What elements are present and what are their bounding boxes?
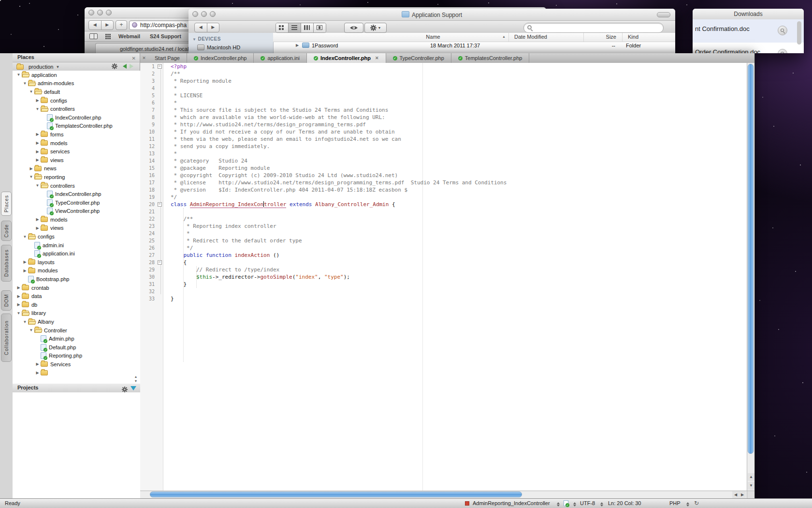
action-menu-button[interactable]: ▼ (364, 23, 387, 33)
line-number[interactable]: 33 (140, 295, 163, 302)
tree-item[interactable]: ▶models (13, 215, 140, 224)
tree-scrollbar-arrows[interactable]: ▲▼ (133, 374, 139, 383)
scrollbar-thumb[interactable] (748, 64, 754, 454)
line-number[interactable]: 18 (140, 186, 163, 194)
column-header-kind[interactable]: Kind (622, 34, 675, 40)
gear-icon[interactable] (122, 387, 128, 392)
bookmarks-book-icon[interactable] (89, 33, 98, 39)
line-number[interactable]: 4 (140, 85, 163, 92)
line-number[interactable]: 3 (140, 77, 163, 85)
line-number[interactable]: 12 (140, 143, 163, 150)
side-tab-code[interactable]: Code (1, 221, 12, 241)
line-number[interactable]: 31 (140, 281, 163, 288)
code-line[interactable]: * them via the web, please send an email… (171, 135, 747, 143)
download-item[interactable]: nt Confirmation.doc (693, 19, 804, 43)
tab-application-ini[interactable]: ✓application.ini (254, 53, 307, 63)
back-button[interactable]: ◀ (195, 23, 207, 32)
code-line[interactable]: * (171, 99, 747, 106)
tree-item[interactable]: ▶news (13, 164, 140, 173)
stepper-icon[interactable] (557, 501, 560, 508)
code-editor[interactable]: 1−234567891011121314151617181920−2122232… (140, 63, 747, 491)
forward-button[interactable]: ▶ (207, 23, 219, 32)
code-line[interactable]: * Redirect to the default order type (171, 237, 747, 244)
tree-item[interactable]: TemplatesController.php (13, 122, 140, 131)
code-line[interactable]: } (171, 281, 747, 288)
code-line[interactable]: * http://www.studio24.net/terms/design_p… (171, 121, 747, 128)
fold-toggle-icon[interactable]: − (158, 260, 162, 265)
tree-item[interactable]: ▶views (13, 156, 140, 164)
column-view-button[interactable] (301, 23, 314, 32)
reveal-magnifier-icon[interactable] (778, 49, 787, 53)
tree-item[interactable]: ▶modules (13, 267, 140, 275)
column-header-name[interactable]: Name (358, 34, 508, 40)
line-number[interactable]: 7 (140, 106, 163, 114)
line-number[interactable]: 28− (140, 259, 163, 266)
status-encoding[interactable]: UTF-8 (580, 500, 595, 506)
line-number[interactable]: 13 (140, 150, 163, 157)
code-line[interactable]: /** (171, 215, 747, 223)
sidebar-item-macintosh-hd[interactable]: Macintosh HD (197, 45, 240, 50)
code-line[interactable]: * @package Reporting module (171, 164, 747, 172)
tree-item[interactable]: ▼application (13, 71, 140, 79)
quick-look-button[interactable] (344, 23, 363, 33)
code-line[interactable]: * Reporting module (171, 77, 747, 85)
sync-spinner-icon[interactable]: ↻ (694, 500, 699, 507)
line-number[interactable]: 1− (140, 63, 163, 70)
line-number[interactable]: 5 (140, 92, 163, 99)
fold-toggle-icon[interactable]: − (158, 202, 162, 207)
stepper-icon[interactable] (600, 501, 604, 508)
code-line[interactable]: * which are available via the world-wide… (171, 114, 747, 121)
table-row[interactable]: ▶ 1Password 18 March 2011 17:37 -- Folde… (273, 42, 675, 50)
line-number[interactable]: 8 (140, 114, 163, 121)
code-line[interactable]: * (171, 230, 747, 237)
code-pane[interactable]: <?php/** * Reporting module * * LICENSE … (164, 63, 747, 491)
fold-toggle-icon[interactable]: − (158, 64, 162, 69)
close-icon[interactable]: ✕ (140, 53, 148, 63)
code-line[interactable]: * @version $Id: IndexController.php 404 … (171, 186, 747, 194)
line-number[interactable]: 17 (140, 179, 163, 186)
tab-typecontroller-php[interactable]: ✓TypeController.php (386, 53, 451, 63)
code-line[interactable]: * @category Studio 24 (171, 157, 747, 164)
line-number[interactable]: 24 (140, 230, 163, 237)
scroll-left-button[interactable]: ◀ (732, 491, 739, 499)
tree-item[interactable]: ▼admin-modules (13, 79, 140, 88)
code-line[interactable]: public function indexAction () (171, 252, 747, 259)
forward-button[interactable]: ▶ (102, 21, 114, 30)
tab-indexcontroller-php[interactable]: ✓IndexController.php (187, 53, 254, 63)
tree-item[interactable]: Default.php (13, 343, 140, 352)
close-tab-icon[interactable]: ✕ (375, 56, 379, 60)
line-number[interactable]: 26 (140, 244, 163, 252)
tree-item[interactable]: Reporting.php (13, 352, 140, 360)
zoom-button[interactable] (106, 10, 112, 15)
devices-header[interactable]: ▼DEVICES (192, 36, 221, 42)
column-header-date-modified[interactable]: Date Modified (508, 34, 583, 40)
code-line[interactable]: */ (171, 244, 747, 252)
code-line[interactable]: * If you did not receive a copy of our T… (171, 128, 747, 135)
scrollbar-thumb[interactable] (150, 492, 522, 497)
bookmark-item[interactable]: Webmail (118, 33, 140, 39)
side-tab-collaboration[interactable]: Collaboration (1, 314, 12, 362)
code-line[interactable]: { (171, 259, 747, 266)
tree-item[interactable]: Admin.php (13, 334, 140, 343)
code-line[interactable]: * This source file is subject to the Stu… (171, 106, 747, 114)
list-view-button[interactable] (289, 23, 301, 32)
side-tab-dom[interactable]: DOM (1, 290, 12, 311)
tree-item[interactable]: ▶db (13, 300, 140, 309)
tree-item[interactable]: ▼configs (13, 232, 140, 241)
side-tab-places[interactable]: Places (1, 192, 12, 216)
search-field[interactable] (523, 23, 664, 33)
line-number[interactable]: 19 (140, 194, 163, 201)
code-line[interactable] (171, 288, 747, 295)
line-number[interactable]: 10 (140, 128, 163, 135)
tree-item[interactable]: ▼Albany (13, 317, 140, 326)
code-line[interactable]: class AdminReporting_IndexController ext… (171, 201, 747, 208)
disclosure-triangle-icon[interactable]: ▶ (296, 43, 299, 47)
line-number[interactable]: 21 (140, 208, 163, 215)
tree-item[interactable]: ▼Controller (13, 326, 140, 335)
downloads-titlebar[interactable]: Downloads (693, 9, 804, 20)
tree-item[interactable]: TypeController.php (13, 198, 140, 207)
line-number[interactable]: 2 (140, 70, 163, 77)
code-line[interactable]: <?php (171, 63, 747, 70)
minimize-button[interactable] (97, 10, 103, 15)
tree-item[interactable]: ▶data (13, 292, 140, 300)
